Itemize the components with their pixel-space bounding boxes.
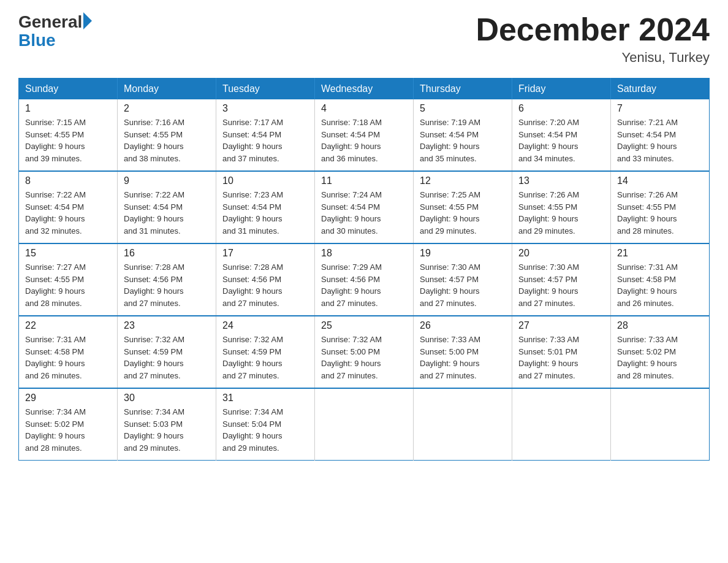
day-of-week-header: Sunday — [19, 79, 118, 100]
logo-general-text: General — [18, 12, 82, 32]
day-info: Sunrise: 7:18 AM Sunset: 4:54 PM Dayligh… — [321, 117, 407, 164]
day-number: 31 — [222, 393, 308, 404]
day-info: Sunrise: 7:26 AM Sunset: 4:55 PM Dayligh… — [617, 189, 703, 237]
day-of-week-header: Friday — [512, 79, 611, 100]
calendar-day-cell — [315, 388, 414, 461]
calendar-day-cell: 9 Sunrise: 7:22 AM Sunset: 4:54 PM Dayli… — [118, 171, 216, 243]
day-number: 15 — [25, 248, 111, 259]
day-number: 9 — [124, 175, 210, 186]
calendar-week-row: 1 Sunrise: 7:15 AM Sunset: 4:55 PM Dayli… — [19, 99, 710, 171]
calendar-day-cell: 23 Sunrise: 7:32 AM Sunset: 4:59 PM Dayl… — [118, 316, 216, 388]
calendar-day-cell: 17 Sunrise: 7:28 AM Sunset: 4:56 PM Dayl… — [216, 243, 315, 316]
day-number: 11 — [321, 175, 407, 186]
calendar-day-cell: 15 Sunrise: 7:27 AM Sunset: 4:55 PM Dayl… — [19, 243, 118, 316]
calendar-week-row: 22 Sunrise: 7:31 AM Sunset: 4:58 PM Dayl… — [19, 316, 710, 388]
day-number: 10 — [222, 175, 308, 186]
day-number: 29 — [25, 393, 111, 404]
day-info: Sunrise: 7:15 AM Sunset: 4:55 PM Dayligh… — [25, 117, 111, 164]
day-of-week-header: Wednesday — [315, 79, 414, 100]
day-number: 24 — [222, 320, 308, 331]
day-info: Sunrise: 7:17 AM Sunset: 4:54 PM Dayligh… — [222, 117, 308, 164]
calendar-day-cell: 8 Sunrise: 7:22 AM Sunset: 4:54 PM Dayli… — [19, 171, 118, 243]
calendar-day-cell: 13 Sunrise: 7:26 AM Sunset: 4:55 PM Dayl… — [512, 171, 611, 243]
day-number: 5 — [420, 103, 506, 114]
calendar-day-cell: 19 Sunrise: 7:30 AM Sunset: 4:57 PM Dayl… — [414, 243, 512, 316]
day-of-week-header: Saturday — [611, 79, 710, 100]
calendar-day-cell: 14 Sunrise: 7:26 AM Sunset: 4:55 PM Dayl… — [611, 171, 710, 243]
calendar-table: SundayMondayTuesdayWednesdayThursdayFrid… — [18, 78, 710, 461]
calendar-day-cell: 28 Sunrise: 7:33 AM Sunset: 5:02 PM Dayl… — [611, 316, 710, 388]
day-info: Sunrise: 7:22 AM Sunset: 4:54 PM Dayligh… — [124, 189, 210, 237]
calendar-day-cell: 11 Sunrise: 7:24 AM Sunset: 4:54 PM Dayl… — [315, 171, 414, 243]
day-info: Sunrise: 7:33 AM Sunset: 5:01 PM Dayligh… — [518, 334, 604, 381]
day-number: 13 — [518, 175, 604, 186]
calendar-day-cell: 2 Sunrise: 7:16 AM Sunset: 4:55 PM Dayli… — [118, 99, 216, 171]
calendar-day-cell: 26 Sunrise: 7:33 AM Sunset: 5:00 PM Dayl… — [414, 316, 512, 388]
day-info: Sunrise: 7:25 AM Sunset: 4:55 PM Dayligh… — [420, 189, 506, 237]
calendar-day-cell: 7 Sunrise: 7:21 AM Sunset: 4:54 PM Dayli… — [611, 99, 710, 171]
day-number: 12 — [420, 175, 506, 186]
calendar-week-row: 8 Sunrise: 7:22 AM Sunset: 4:54 PM Dayli… — [19, 171, 710, 243]
day-info: Sunrise: 7:34 AM Sunset: 5:02 PM Dayligh… — [25, 406, 111, 454]
day-number: 30 — [124, 393, 210, 404]
day-number: 28 — [617, 320, 703, 331]
day-number: 8 — [25, 175, 111, 186]
calendar-day-cell: 12 Sunrise: 7:25 AM Sunset: 4:55 PM Dayl… — [414, 171, 512, 243]
day-info: Sunrise: 7:27 AM Sunset: 4:55 PM Dayligh… — [25, 261, 111, 309]
day-of-week-header: Tuesday — [216, 79, 315, 100]
calendar-day-cell: 27 Sunrise: 7:33 AM Sunset: 5:01 PM Dayl… — [512, 316, 611, 388]
day-info: Sunrise: 7:24 AM Sunset: 4:54 PM Dayligh… — [321, 189, 407, 237]
day-info: Sunrise: 7:20 AM Sunset: 4:54 PM Dayligh… — [518, 117, 604, 164]
calendar-day-cell: 30 Sunrise: 7:34 AM Sunset: 5:03 PM Dayl… — [118, 388, 216, 461]
day-number: 21 — [617, 248, 703, 259]
location-text: Yenisu, Turkey — [476, 50, 710, 66]
day-number: 7 — [617, 103, 703, 114]
calendar-day-cell: 1 Sunrise: 7:15 AM Sunset: 4:55 PM Dayli… — [19, 99, 118, 171]
day-number: 22 — [25, 320, 111, 331]
day-number: 26 — [420, 320, 506, 331]
title-section: December 2024 Yenisu, Turkey — [476, 12, 710, 66]
day-info: Sunrise: 7:26 AM Sunset: 4:55 PM Dayligh… — [518, 189, 604, 237]
day-info: Sunrise: 7:32 AM Sunset: 5:00 PM Dayligh… — [321, 334, 407, 381]
day-number: 6 — [518, 103, 604, 114]
day-info: Sunrise: 7:19 AM Sunset: 4:54 PM Dayligh… — [420, 117, 506, 164]
day-info: Sunrise: 7:21 AM Sunset: 4:54 PM Dayligh… — [617, 117, 703, 164]
calendar-header-row: SundayMondayTuesdayWednesdayThursdayFrid… — [19, 79, 710, 100]
calendar-day-cell: 24 Sunrise: 7:32 AM Sunset: 4:59 PM Dayl… — [216, 316, 315, 388]
day-number: 16 — [124, 248, 210, 259]
day-info: Sunrise: 7:23 AM Sunset: 4:54 PM Dayligh… — [222, 189, 308, 237]
calendar-day-cell: 25 Sunrise: 7:32 AM Sunset: 5:00 PM Dayl… — [315, 316, 414, 388]
day-number: 14 — [617, 175, 703, 186]
calendar-day-cell: 10 Sunrise: 7:23 AM Sunset: 4:54 PM Dayl… — [216, 171, 315, 243]
logo: General Blue — [18, 12, 92, 50]
calendar-day-cell: 22 Sunrise: 7:31 AM Sunset: 4:58 PM Dayl… — [19, 316, 118, 388]
calendar-week-row: 29 Sunrise: 7:34 AM Sunset: 5:02 PM Dayl… — [19, 388, 710, 461]
day-info: Sunrise: 7:34 AM Sunset: 5:04 PM Dayligh… — [222, 406, 308, 454]
day-info: Sunrise: 7:32 AM Sunset: 4:59 PM Dayligh… — [124, 334, 210, 381]
day-info: Sunrise: 7:33 AM Sunset: 5:00 PM Dayligh… — [420, 334, 506, 381]
day-info: Sunrise: 7:16 AM Sunset: 4:55 PM Dayligh… — [124, 117, 210, 164]
day-info: Sunrise: 7:31 AM Sunset: 4:58 PM Dayligh… — [617, 261, 703, 309]
logo-arrow-icon — [83, 12, 92, 29]
day-info: Sunrise: 7:34 AM Sunset: 5:03 PM Dayligh… — [124, 406, 210, 454]
day-number: 23 — [124, 320, 210, 331]
page-header: General Blue December 2024 Yenisu, Turke… — [18, 12, 710, 66]
calendar-day-cell: 5 Sunrise: 7:19 AM Sunset: 4:54 PM Dayli… — [414, 99, 512, 171]
day-info: Sunrise: 7:30 AM Sunset: 4:57 PM Dayligh… — [518, 261, 604, 309]
day-info: Sunrise: 7:29 AM Sunset: 4:56 PM Dayligh… — [321, 261, 407, 309]
calendar-day-cell — [512, 388, 611, 461]
calendar-day-cell — [611, 388, 710, 461]
calendar-day-cell: 20 Sunrise: 7:30 AM Sunset: 4:57 PM Dayl… — [512, 243, 611, 316]
day-info: Sunrise: 7:31 AM Sunset: 4:58 PM Dayligh… — [25, 334, 111, 381]
calendar-day-cell: 16 Sunrise: 7:28 AM Sunset: 4:56 PM Dayl… — [118, 243, 216, 316]
calendar-day-cell: 21 Sunrise: 7:31 AM Sunset: 4:58 PM Dayl… — [611, 243, 710, 316]
day-info: Sunrise: 7:22 AM Sunset: 4:54 PM Dayligh… — [25, 189, 111, 237]
calendar-day-cell: 6 Sunrise: 7:20 AM Sunset: 4:54 PM Dayli… — [512, 99, 611, 171]
day-number: 2 — [124, 103, 210, 114]
day-number: 1 — [25, 103, 111, 114]
day-of-week-header: Monday — [118, 79, 216, 100]
day-number: 25 — [321, 320, 407, 331]
calendar-week-row: 15 Sunrise: 7:27 AM Sunset: 4:55 PM Dayl… — [19, 243, 710, 316]
logo-blue-text: Blue — [18, 31, 56, 50]
day-info: Sunrise: 7:30 AM Sunset: 4:57 PM Dayligh… — [420, 261, 506, 309]
